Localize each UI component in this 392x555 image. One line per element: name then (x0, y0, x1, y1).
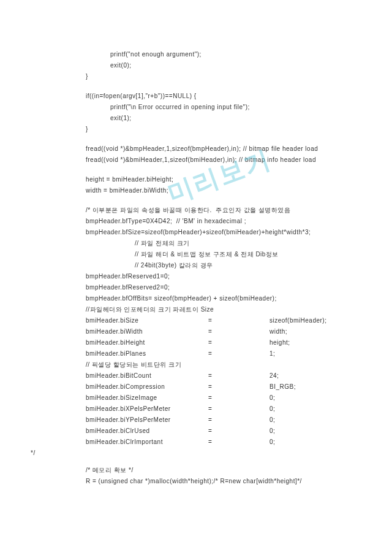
table-row: bmiHeader.biBitCount=24; (86, 370, 355, 381)
code-line: // 파일 전체의 크기 (61, 238, 355, 249)
footer-code: /* 메모리 확보 */R = (unsigned char *)malloc(… (61, 465, 355, 487)
table-row: bmiHeader.biXPelsPerMeter=0; (86, 404, 355, 415)
code-line: if((in=fopen(argv[1],"r+b"))==NULL) { (61, 91, 355, 102)
table-row: bmiHeader.biClrImportant=0; (86, 437, 355, 448)
code-line: bmpHeader.bfType=0X4D42; // 'BM' in hexa… (61, 216, 355, 227)
code-line: bmpHeader.bfSize=sizeof(bmpHeader)+sizeo… (61, 227, 355, 238)
code-line: /* 이부분은 파일의 속성을 바꿀때 이용한다. 주요인자 값을 설명하였음 (61, 205, 355, 216)
code-line: bmpHeader.bfReserved2=0; (61, 282, 355, 293)
code-line: printf("not enough argument"); (61, 49, 355, 60)
table-row: bmiHeader.biHeight=height; (86, 337, 355, 348)
code-line: height = bmiHeader.biHeight; (61, 174, 355, 185)
code-line: } (61, 124, 355, 135)
comment-pixel: // 픽셀당 할당되는 비트단위 크기 (61, 359, 355, 370)
code-line: // 24bit(3byte) 칼라의 경우 (61, 260, 355, 271)
close-comment: */ (31, 448, 36, 459)
table-row: bmiHeader.biSizeImage=0; (86, 392, 355, 404)
code-line: // 파일 해더 & 비트맵 정보 구조체 & 전체 Dib정보 (61, 249, 355, 260)
code-line: bmpHeader.bfOffBits= sizeof(bmpHeader) +… (61, 293, 355, 304)
code-line: } (61, 71, 355, 82)
code-line: //파일헤더와 인포헤더의 크기 파레트이 Size (61, 304, 355, 315)
code-line: /* 메모리 확보 */ (61, 465, 355, 476)
code-line: fread((void *)&bmiHeader,1,sizeof(bmiHea… (61, 155, 355, 166)
table-row: bmiHeader.biYPelsPerMeter=0; (86, 415, 355, 426)
code-line: exit(0); (61, 60, 355, 71)
table-row: bmiHeader.biClrUsed=0; (86, 426, 355, 437)
assignment-table-2: bmiHeader.biBitCount=24;bmiHeader.biComp… (61, 370, 355, 448)
table-row: bmiHeader.biSize=sizeof(bmiHeader); (86, 315, 355, 326)
table-row: bmiHeader.biPlanes=1; (86, 348, 355, 359)
assignment-table-1: bmiHeader.biSize=sizeof(bmiHeader);bmiHe… (61, 315, 355, 359)
code-line: fread((void *)&bmpHeader,1,sizeof(bmpHea… (61, 144, 355, 155)
document-page: printf("not enough argument");exit(0);}i… (0, 0, 392, 511)
code-line: R = (unsigned char *)malloc(width*height… (61, 476, 355, 487)
code-line: width = bmiHeader.biWidth; (61, 185, 355, 196)
code-line: printf("\n Error occurred in opening inp… (61, 102, 355, 113)
table-row: bmiHeader.biWidth=width; (86, 326, 355, 337)
code-line: exit(1); (61, 113, 355, 124)
code-lines: printf("not enough argument");exit(0);}i… (61, 49, 355, 315)
table-row: bmiHeader.biCompression=BI_RGB; (86, 381, 355, 392)
code-line: bmpHeader.bfReserved1=0; (61, 271, 355, 282)
